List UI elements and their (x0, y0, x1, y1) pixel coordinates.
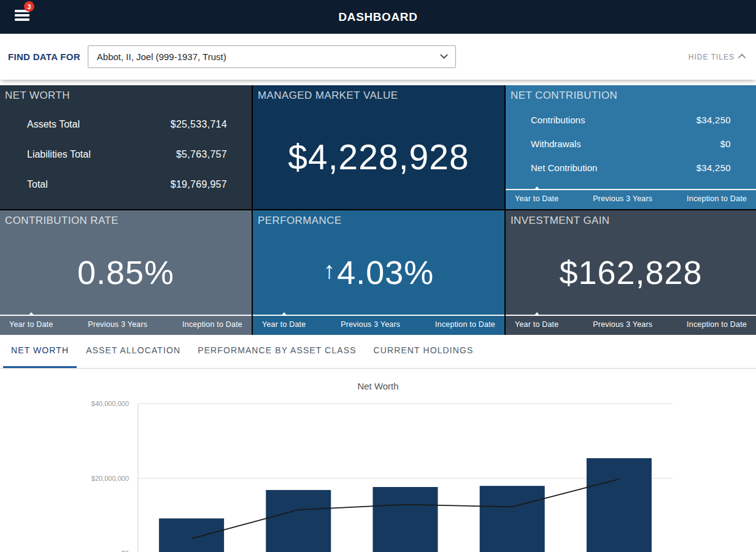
chevron-down-icon (440, 51, 448, 59)
tile-grid: NET WORTH Assets Total $25,533,714 Liabi… (0, 85, 756, 335)
svg-text:$40,000,000: $40,000,000 (91, 400, 129, 407)
tile-net-worth: NET WORTH Assets Total $25,533,714 Liabi… (0, 85, 252, 209)
tab-net-worth[interactable]: NET WORTH (3, 335, 77, 368)
period-tab-year-to-date[interactable]: Year to Date (515, 320, 558, 329)
net-worth-rows: Assets Total $25,533,714 Liabilities Tot… (0, 109, 252, 199)
period-tabs: Year to Date Previous 3 Years Inception … (506, 189, 756, 209)
period-tabs: Year to Date Previous 3 Years Inception … (253, 315, 504, 335)
client-dropdown-value: Abbot, II, Joel (999-1937, Trust) (97, 52, 441, 62)
period-tab-inception-to-date[interactable]: Inception to Date (182, 320, 242, 329)
stat-label: Net Contribution (531, 163, 597, 173)
client-dropdown[interactable]: Abbot, II, Joel (999-1937, Trust) (88, 45, 456, 68)
performance-value: ↑ 4.03% (253, 229, 504, 315)
chevron-up-icon (738, 54, 746, 62)
notification-badge: 3 (24, 1, 34, 12)
tile-title: INVESTMENT GAIN (506, 210, 756, 229)
table-row: Net Contribution $34,250 (506, 156, 756, 180)
managed-market-value: $4,228,928 (253, 104, 504, 209)
stat-value: $34,250 (696, 163, 731, 173)
stat-value: $34,250 (696, 115, 731, 125)
table-row: Contributions $34,250 (506, 108, 756, 132)
period-tab-year-to-date[interactable]: Year to Date (9, 320, 53, 329)
net-worth-bar (587, 458, 652, 552)
tab-performance-by-asset-class[interactable]: PERFORMANCE BY ASSET CLASS (190, 335, 364, 368)
net-worth-bar (373, 487, 438, 552)
hide-tiles-button[interactable]: HIDE TILES (688, 53, 746, 61)
tab-asset-allocation[interactable]: ASSET ALLOCATION (78, 335, 188, 368)
period-tab-inception-to-date[interactable]: Inception to Date (687, 194, 747, 203)
table-row: Liabilities Total $5,763,757 (0, 139, 252, 169)
period-tab-previous-3-years[interactable]: Previous 3 Years (341, 320, 400, 329)
table-row: Withdrawals $0 (506, 132, 756, 156)
tile-managed-market-value: MANAGED MARKET VALUE $4,228,928 (253, 85, 504, 209)
svg-text:$20,000,000: $20,000,000 (91, 475, 129, 482)
net-contribution-rows: Contributions $34,250 Withdrawals $0 Net… (506, 108, 756, 180)
net-worth-bar (480, 486, 545, 552)
page-title: DASHBOARD (339, 10, 418, 24)
find-data-for-label: FIND DATA FOR (8, 52, 80, 62)
up-arrow-icon: ↑ (323, 257, 336, 284)
hide-tiles-label: HIDE TILES (688, 53, 735, 61)
tile-contribution-rate: CONTRIBUTION RATE 0.85% Year to Date Pre… (0, 210, 252, 335)
stat-label: Contributions (531, 115, 585, 125)
period-tab-inception-to-date[interactable]: Inception to Date (435, 320, 495, 329)
section-tab-bar: NET WORTH ASSET ALLOCATION PERFORMANCE B… (0, 335, 756, 369)
tile-investment-gain: INVESTMENT GAIN $162,828 Year to Date Pr… (506, 210, 756, 335)
net-worth-chart-section: Net Worth $40,000,000$20,000,000$0 (0, 369, 756, 552)
stat-value: $25,533,714 (171, 119, 227, 130)
table-row: Assets Total $25,533,714 (0, 109, 252, 139)
period-tabs: Year to Date Previous 3 Years Inception … (0, 315, 252, 335)
tile-title: PERFORMANCE (253, 210, 504, 229)
tile-title: MANAGED MARKET VALUE (253, 85, 504, 104)
tile-title: CONTRIBUTION RATE (0, 210, 252, 229)
top-bar: 3 DASHBOARD (0, 0, 756, 34)
dashboard-app: 3 DASHBOARD FIND DATA FOR Abbot, II, Joe… (0, 0, 756, 552)
net-worth-chart: $40,000,000$20,000,000$0 (0, 369, 756, 552)
period-tab-previous-3-years[interactable]: Previous 3 Years (593, 194, 652, 203)
period-tab-inception-to-date[interactable]: Inception to Date (687, 320, 747, 329)
period-tab-previous-3-years[interactable]: Previous 3 Years (88, 320, 147, 329)
tile-title: NET CONTRIBUTION (506, 85, 756, 104)
header-shadow (0, 80, 756, 85)
menu-button[interactable]: 3 (15, 10, 31, 26)
contribution-rate-value: 0.85% (0, 229, 252, 315)
stat-label: Withdrawals (531, 139, 581, 149)
filter-bar: FIND DATA FOR Abbot, II, Joel (999-1937,… (0, 34, 756, 80)
stat-value: $19,769,957 (171, 179, 227, 190)
stat-label: Assets Total (27, 119, 80, 130)
net-worth-bar (266, 490, 331, 552)
performance-number: 4.03% (337, 253, 434, 291)
period-tab-year-to-date[interactable]: Year to Date (515, 194, 558, 203)
net-worth-bar (159, 518, 224, 552)
investment-gain-value: $162,828 (506, 229, 756, 315)
period-tab-year-to-date[interactable]: Year to Date (262, 320, 306, 329)
svg-text:$0: $0 (122, 550, 129, 552)
stat-label: Liabilities Total (27, 149, 91, 160)
tile-net-contribution: NET CONTRIBUTION Contributions $34,250 W… (506, 85, 756, 209)
stat-value: $0 (720, 139, 731, 149)
tile-performance: PERFORMANCE ↑ 4.03% Year to Date Previou… (253, 210, 504, 335)
stat-value: $5,763,757 (176, 149, 227, 160)
table-row: Total $19,769,957 (0, 169, 252, 199)
tile-title: NET WORTH (0, 85, 252, 104)
stat-label: Total (27, 179, 48, 190)
tab-current-holdings[interactable]: CURRENT HOLDINGS (366, 335, 482, 368)
period-tabs: Year to Date Previous 3 Years Inception … (506, 315, 756, 335)
period-tab-previous-3-years[interactable]: Previous 3 Years (593, 320, 652, 329)
